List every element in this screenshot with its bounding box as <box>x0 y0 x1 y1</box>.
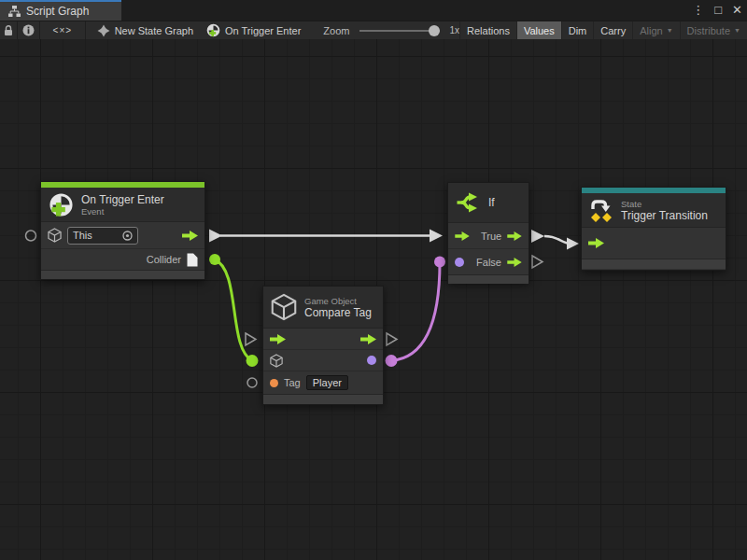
node-trigger-transition[interactable]: State Trigger Transition <box>581 187 726 271</box>
collider-doc-icon[interactable] <box>187 253 198 267</box>
relations-toggle[interactable]: Relations <box>459 21 516 39</box>
port-comparetag-flow-in[interactable] <box>246 333 256 345</box>
event-icon <box>206 23 220 37</box>
info-icon <box>22 24 35 36</box>
breadcrumb-label: On Trigger Enter <box>225 25 301 36</box>
values-toggle[interactable]: Values <box>516 21 561 39</box>
flow-arrow-out-icon[interactable] <box>360 334 376 344</box>
wire-comparetag-to-if[interactable] <box>391 262 440 361</box>
port-if-true-out[interactable] <box>531 230 544 243</box>
node-footer <box>41 270 204 279</box>
dim-label: Dim <box>569 25 587 36</box>
info-button[interactable] <box>18 21 39 39</box>
chevron-down-icon: ▼ <box>734 27 740 34</box>
port-comparetag-gameobject-in[interactable] <box>247 355 259 367</box>
branch-icon <box>456 191 481 214</box>
port-if-condition-in[interactable] <box>434 257 445 268</box>
tag-label: Tag <box>284 377 301 388</box>
node-title: If <box>488 196 495 209</box>
port-row-false: False <box>448 249 529 274</box>
flow-arrow-in-icon[interactable] <box>455 231 470 241</box>
zoom-control: Zoom 1x <box>323 21 459 39</box>
toolbar-separator <box>85 21 86 39</box>
port-comparetag-flow-out[interactable] <box>387 333 397 345</box>
node-subtitle: Event <box>81 206 164 217</box>
node-on-trigger-enter[interactable]: On Trigger Enter Event This Collider <box>40 181 205 280</box>
code-icon: <×> <box>53 25 73 35</box>
node-title: On Trigger Enter <box>81 193 164 206</box>
port-row-flow <box>263 329 383 350</box>
node-if[interactable]: If True False <box>447 182 529 283</box>
port-tag-input[interactable] <box>247 378 257 387</box>
view-toggles: Relations Values Dim Carry Align ▼ Distr… <box>459 21 747 39</box>
tag-value-field[interactable]: Player <box>306 375 348 390</box>
false-label: False <box>476 257 501 268</box>
graph-hierarchy-icon <box>8 6 21 17</box>
maximize-icon[interactable]: □ <box>714 0 722 21</box>
gameobject-cube-icon <box>271 293 297 321</box>
port-ote-flow-out[interactable] <box>209 230 222 243</box>
distribute-label: Distribute <box>687 25 730 36</box>
new-state-graph-button[interactable]: New State Graph <box>97 21 193 39</box>
port-this-input[interactable] <box>26 231 36 241</box>
relations-label: Relations <box>467 25 510 36</box>
wire-if-to-transition-arrowhead <box>567 238 579 250</box>
tab-title: Script Graph <box>26 5 89 18</box>
port-row-tag: Tag Player <box>263 371 383 394</box>
lock-button[interactable] <box>0 21 17 39</box>
node-header: State Trigger Transition <box>582 193 726 228</box>
node-compare-tag[interactable]: Game Object Compare Tag Tag Player <box>262 286 384 405</box>
window-menu-icon[interactable]: ⋮ <box>692 0 704 21</box>
transition-icon <box>589 198 613 223</box>
code-preview-button[interactable]: <×> <box>40 21 85 39</box>
object-picker-icon[interactable] <box>122 231 133 241</box>
align-dropdown[interactable]: Align ▼ <box>632 21 679 39</box>
lock-icon <box>4 25 13 36</box>
gameobject-cube-icon <box>48 228 62 243</box>
breadcrumb[interactable]: On Trigger Enter <box>206 21 301 39</box>
wire-ote-to-if-arrowhead <box>430 230 443 243</box>
carry-label: Carry <box>600 25 626 36</box>
node-subtitle: State <box>621 199 708 209</box>
node-title: Trigger Transition <box>621 209 708 222</box>
dim-toggle[interactable]: Dim <box>561 21 594 39</box>
zoom-value: 1x <box>449 25 459 35</box>
chevron-down-icon: ▼ <box>667 27 673 34</box>
title-bar: Script Graph ⋮ □ ✕ <box>0 0 747 21</box>
port-row-gameobject <box>263 350 383 371</box>
collider-label: Collider <box>147 254 181 265</box>
flow-arrow-in-icon[interactable] <box>270 334 286 344</box>
zoom-slider[interactable] <box>359 25 440 36</box>
port-if-false-out[interactable] <box>532 256 543 268</box>
node-header: If <box>448 183 529 223</box>
target-dropdown[interactable]: This <box>67 227 138 245</box>
flow-arrow-in-icon[interactable] <box>588 238 604 248</box>
node-footer <box>448 274 529 284</box>
carry-toggle[interactable]: Carry <box>593 21 632 39</box>
port-collider-out[interactable] <box>209 254 220 265</box>
zoom-label: Zoom <box>323 25 349 36</box>
port-comparetag-bool-out[interactable] <box>386 355 398 367</box>
flow-arrow-out-icon[interactable] <box>507 231 522 241</box>
tab-script-graph[interactable]: Script Graph <box>0 0 121 21</box>
node-header: Game Object Compare Tag <box>263 287 383 329</box>
flow-arrow-out-icon[interactable] <box>182 231 198 241</box>
condition-input-port[interactable] <box>455 258 464 267</box>
graph-toolbar: <×> New State Graph On Trigger Enter Zoo… <box>0 21 747 39</box>
window-controls: ⋮ □ ✕ <box>692 0 742 21</box>
distribute-dropdown[interactable]: Distribute ▼ <box>680 21 747 39</box>
node-subtitle: Game Object <box>304 296 372 306</box>
flow-arrow-out-icon[interactable] <box>507 258 522 267</box>
new-state-graph-label: New State Graph <box>115 25 193 36</box>
node-header: On Trigger Enter Event <box>41 188 204 222</box>
node-footer <box>582 259 726 269</box>
port-row-collider: Collider <box>41 249 204 270</box>
close-icon[interactable]: ✕ <box>732 0 742 21</box>
string-input-port[interactable] <box>270 379 278 387</box>
graph-canvas[interactable]: On Trigger Enter Event This Collider <box>0 39 747 560</box>
node-footer <box>263 394 383 404</box>
event-icon <box>49 192 74 217</box>
zoom-slider-knob[interactable] <box>429 25 440 36</box>
gameobject-cube-icon[interactable] <box>270 354 283 368</box>
bool-output-port[interactable] <box>367 356 376 365</box>
